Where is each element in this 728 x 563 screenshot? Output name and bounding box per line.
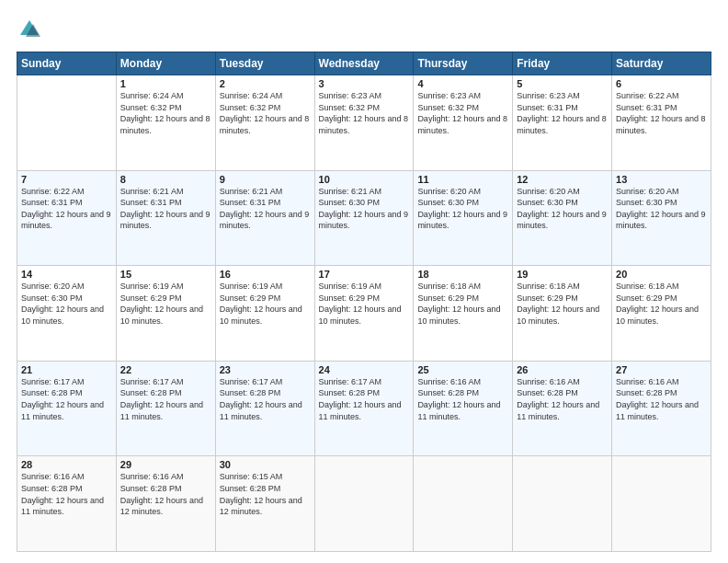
day-cell: 8Sunrise: 6:21 AMSunset: 6:31 PMDaylight…	[116, 170, 215, 266]
day-cell	[17, 75, 117, 171]
day-cell	[414, 456, 513, 552]
day-cell: 22Sunrise: 6:17 AMSunset: 6:28 PMDayligh…	[116, 361, 215, 456]
day-number: 10	[319, 174, 410, 185]
day-cell: 26Sunrise: 6:16 AMSunset: 6:28 PMDayligh…	[513, 361, 612, 456]
day-cell: 12Sunrise: 6:20 AMSunset: 6:30 PMDayligh…	[513, 170, 612, 266]
day-info: Sunrise: 6:19 AMSunset: 6:29 PMDaylight:…	[220, 281, 311, 327]
day-info: Sunrise: 6:16 AMSunset: 6:28 PMDaylight:…	[517, 376, 608, 422]
day-number: 7	[21, 174, 112, 185]
day-info: Sunrise: 6:22 AMSunset: 6:31 PMDaylight:…	[21, 186, 112, 232]
day-number: 8	[120, 174, 211, 185]
day-cell: 6Sunrise: 6:22 AMSunset: 6:31 PMDaylight…	[612, 75, 711, 171]
day-cell	[513, 456, 612, 552]
day-number: 28	[21, 459, 112, 470]
day-number: 20	[616, 269, 707, 280]
day-cell	[314, 456, 414, 552]
day-info: Sunrise: 6:15 AMSunset: 6:28 PMDaylight:…	[220, 471, 311, 517]
day-number: 13	[616, 174, 707, 185]
day-cell: 4Sunrise: 6:23 AMSunset: 6:32 PMDaylight…	[414, 75, 513, 171]
day-cell: 19Sunrise: 6:18 AMSunset: 6:29 PMDayligh…	[513, 266, 612, 362]
day-info: Sunrise: 6:19 AMSunset: 6:29 PMDaylight:…	[120, 281, 211, 327]
day-cell: 3Sunrise: 6:23 AMSunset: 6:32 PMDaylight…	[314, 75, 414, 171]
week-row-1: 1Sunrise: 6:24 AMSunset: 6:32 PMDaylight…	[17, 75, 711, 171]
day-cell: 15Sunrise: 6:19 AMSunset: 6:29 PMDayligh…	[116, 266, 215, 362]
day-number: 27	[616, 364, 707, 375]
day-info: Sunrise: 6:16 AMSunset: 6:28 PMDaylight:…	[21, 471, 112, 517]
day-number: 5	[517, 78, 608, 89]
week-row-3: 14Sunrise: 6:20 AMSunset: 6:30 PMDayligh…	[17, 266, 711, 362]
day-cell: 7Sunrise: 6:22 AMSunset: 6:31 PMDaylight…	[17, 170, 117, 266]
day-info: Sunrise: 6:24 AMSunset: 6:32 PMDaylight:…	[120, 90, 211, 136]
day-number: 9	[220, 174, 311, 185]
day-info: Sunrise: 6:20 AMSunset: 6:30 PMDaylight:…	[517, 186, 608, 232]
header	[17, 17, 711, 42]
day-cell: 9Sunrise: 6:21 AMSunset: 6:31 PMDaylight…	[215, 170, 314, 266]
col-header-thursday: Thursday	[414, 52, 513, 75]
day-number: 30	[220, 459, 311, 470]
day-cell: 18Sunrise: 6:18 AMSunset: 6:29 PMDayligh…	[414, 266, 513, 362]
day-cell: 29Sunrise: 6:16 AMSunset: 6:28 PMDayligh…	[116, 456, 215, 552]
day-cell: 21Sunrise: 6:17 AMSunset: 6:28 PMDayligh…	[17, 361, 117, 456]
col-header-friday: Friday	[513, 52, 612, 75]
col-header-monday: Monday	[116, 52, 215, 75]
day-number: 25	[417, 364, 508, 375]
day-number: 6	[616, 78, 707, 89]
calendar-table: SundayMondayTuesdayWednesdayThursdayFrid…	[17, 52, 711, 552]
col-header-tuesday: Tuesday	[215, 52, 314, 75]
day-number: 1	[120, 78, 211, 89]
day-info: Sunrise: 6:24 AMSunset: 6:32 PMDaylight:…	[220, 90, 311, 136]
day-info: Sunrise: 6:17 AMSunset: 6:28 PMDaylight:…	[21, 376, 112, 422]
day-number: 3	[319, 78, 410, 89]
day-number: 22	[120, 364, 211, 375]
col-header-wednesday: Wednesday	[314, 52, 414, 75]
day-cell: 14Sunrise: 6:20 AMSunset: 6:30 PMDayligh…	[17, 266, 117, 362]
day-cell: 2Sunrise: 6:24 AMSunset: 6:32 PMDaylight…	[215, 75, 314, 171]
day-cell: 10Sunrise: 6:21 AMSunset: 6:30 PMDayligh…	[314, 170, 414, 266]
logo	[17, 17, 46, 42]
col-header-sunday: Sunday	[17, 52, 117, 75]
day-cell: 27Sunrise: 6:16 AMSunset: 6:28 PMDayligh…	[612, 361, 711, 456]
day-info: Sunrise: 6:17 AMSunset: 6:28 PMDaylight:…	[319, 376, 410, 422]
header-row: SundayMondayTuesdayWednesdayThursdayFrid…	[17, 52, 711, 75]
day-info: Sunrise: 6:20 AMSunset: 6:30 PMDaylight:…	[616, 186, 707, 232]
day-cell: 16Sunrise: 6:19 AMSunset: 6:29 PMDayligh…	[215, 266, 314, 362]
day-info: Sunrise: 6:21 AMSunset: 6:30 PMDaylight:…	[319, 186, 410, 232]
day-info: Sunrise: 6:23 AMSunset: 6:32 PMDaylight:…	[417, 90, 508, 136]
day-info: Sunrise: 6:17 AMSunset: 6:28 PMDaylight:…	[120, 376, 211, 422]
day-number: 18	[417, 269, 508, 280]
day-info: Sunrise: 6:22 AMSunset: 6:31 PMDaylight:…	[616, 90, 707, 136]
day-info: Sunrise: 6:16 AMSunset: 6:28 PMDaylight:…	[417, 376, 508, 422]
day-info: Sunrise: 6:16 AMSunset: 6:28 PMDaylight:…	[616, 376, 707, 422]
day-cell: 24Sunrise: 6:17 AMSunset: 6:28 PMDayligh…	[314, 361, 414, 456]
day-number: 26	[517, 364, 608, 375]
day-cell: 28Sunrise: 6:16 AMSunset: 6:28 PMDayligh…	[17, 456, 117, 552]
day-info: Sunrise: 6:21 AMSunset: 6:31 PMDaylight:…	[220, 186, 311, 232]
week-row-5: 28Sunrise: 6:16 AMSunset: 6:28 PMDayligh…	[17, 456, 711, 552]
day-number: 17	[319, 269, 410, 280]
day-number: 11	[417, 174, 508, 185]
col-header-saturday: Saturday	[612, 52, 711, 75]
day-cell: 30Sunrise: 6:15 AMSunset: 6:28 PMDayligh…	[215, 456, 314, 552]
day-cell: 5Sunrise: 6:23 AMSunset: 6:31 PMDaylight…	[513, 75, 612, 171]
day-info: Sunrise: 6:16 AMSunset: 6:28 PMDaylight:…	[120, 471, 211, 517]
day-info: Sunrise: 6:21 AMSunset: 6:31 PMDaylight:…	[120, 186, 211, 232]
day-number: 19	[517, 269, 608, 280]
day-cell: 25Sunrise: 6:16 AMSunset: 6:28 PMDayligh…	[414, 361, 513, 456]
day-number: 24	[319, 364, 410, 375]
day-info: Sunrise: 6:17 AMSunset: 6:28 PMDaylight:…	[220, 376, 311, 422]
day-number: 23	[220, 364, 311, 375]
page: SundayMondayTuesdayWednesdayThursdayFrid…	[0, 0, 728, 563]
day-cell	[612, 456, 711, 552]
day-number: 29	[120, 459, 211, 470]
day-info: Sunrise: 6:23 AMSunset: 6:31 PMDaylight:…	[517, 90, 608, 136]
day-number: 12	[517, 174, 608, 185]
day-info: Sunrise: 6:19 AMSunset: 6:29 PMDaylight:…	[319, 281, 410, 327]
day-number: 4	[417, 78, 508, 89]
day-info: Sunrise: 6:18 AMSunset: 6:29 PMDaylight:…	[417, 281, 508, 327]
logo-icon	[17, 17, 42, 42]
day-number: 14	[21, 269, 112, 280]
week-row-2: 7Sunrise: 6:22 AMSunset: 6:31 PMDaylight…	[17, 170, 711, 266]
day-number: 16	[220, 269, 311, 280]
day-info: Sunrise: 6:18 AMSunset: 6:29 PMDaylight:…	[517, 281, 608, 327]
day-number: 21	[21, 364, 112, 375]
